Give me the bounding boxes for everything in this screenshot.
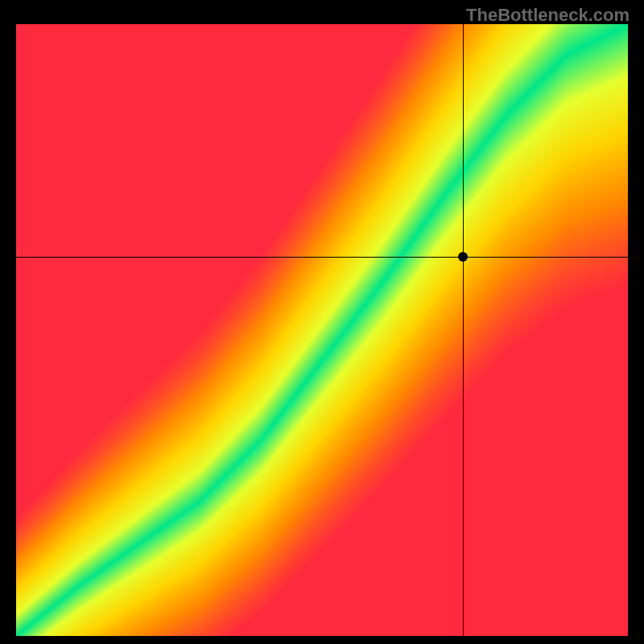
watermark-text: TheBottleneck.com: [466, 5, 630, 26]
crosshair-vertical: [463, 24, 464, 636]
marker-dot: [458, 252, 468, 262]
plot-area: [16, 24, 628, 636]
crosshair-horizontal: [16, 257, 628, 258]
heatmap-canvas: [16, 24, 628, 636]
chart-container: TheBottleneck.com: [0, 0, 644, 644]
